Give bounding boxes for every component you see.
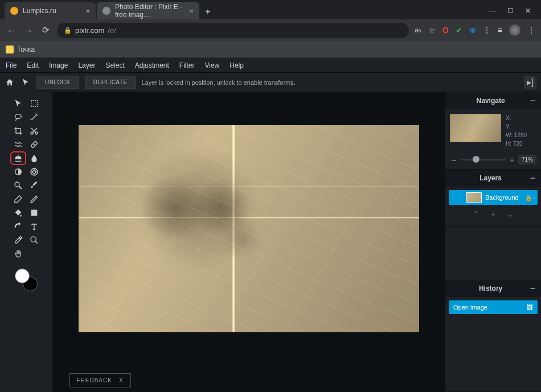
new-tab-button[interactable]: + (200, 5, 215, 19)
text-tool[interactable] (26, 220, 42, 233)
layer-down-icon[interactable]: ⌄ (507, 209, 514, 218)
layer-controls: ⌃ + ⌄ (449, 205, 538, 223)
pen-tool[interactable] (26, 192, 42, 206)
heal-tool[interactable] (26, 138, 42, 151)
panel-header[interactable]: History – (445, 280, 541, 297)
home-icon[interactable] (5, 77, 15, 88)
arrow-tool[interactable] (10, 97, 26, 110)
feedback-close[interactable]: X (119, 377, 124, 383)
svg-point-1 (15, 114, 22, 119)
menu-image[interactable]: Image (49, 61, 68, 69)
feedback-button[interactable]: FEEDBACK X (69, 373, 131, 387)
options-bar: UNLOCK DUPLICATE Layer is locked in posi… (0, 73, 541, 92)
menu-bar: File Edit Image Layer Select Adjustment … (0, 58, 541, 73)
desaturate-tool[interactable] (10, 165, 26, 179)
gradient-tool[interactable] (10, 220, 26, 233)
lock-icon: 🔒 (64, 27, 72, 34)
menu-filter[interactable]: Filter (179, 61, 195, 69)
brush-tool[interactable] (26, 179, 42, 192)
zoom-tool[interactable] (26, 233, 42, 247)
zoom-in-button[interactable]: + (508, 155, 516, 164)
navigator-thumbnail[interactable] (450, 114, 501, 142)
fill-tool[interactable] (10, 206, 26, 220)
pan-tool[interactable] (10, 247, 26, 261)
menu-select[interactable]: Select (105, 61, 124, 69)
tab-title: Lumpics.ru (23, 7, 56, 15)
playlist-icon[interactable]: ≡ (498, 26, 502, 35)
duplicate-button[interactable]: DUPLICATE (85, 76, 136, 89)
menu-icon[interactable]: ⋮ (527, 26, 535, 35)
eyedropper-tool[interactable] (10, 233, 26, 247)
layer-item[interactable]: ⋮⋮ Background 🔒 ▫ (449, 190, 538, 205)
menu-edit[interactable]: Edit (27, 61, 39, 69)
ext-icon[interactable]: O (442, 26, 449, 35)
reload-button[interactable]: ⟳ (40, 25, 51, 35)
minimize-icon[interactable]: – (530, 173, 535, 183)
w-label: W: (506, 132, 513, 138)
shape-tool[interactable] (26, 206, 42, 220)
favicon (103, 7, 110, 15)
history-panel: History – Open image 🖼 (445, 280, 541, 392)
wand-tool[interactable] (26, 110, 42, 124)
url-path: /e/ (108, 26, 116, 35)
minimize-icon[interactable]: – (530, 96, 535, 106)
maximize-icon[interactable]: ☐ (507, 7, 514, 15)
sponge-tool[interactable] (26, 165, 42, 179)
back-button[interactable]: ← (6, 26, 17, 35)
canvas-area: FEEDBACK X (52, 92, 445, 392)
zoom-track[interactable] (460, 159, 506, 160)
bookmark-item[interactable]: Точка (17, 46, 35, 53)
collapse-panels-icon[interactable]: ▸] (524, 76, 536, 89)
zoom-handle[interactable] (473, 156, 479, 163)
unlock-button[interactable]: UNLOCK (36, 76, 79, 89)
eraser-tool[interactable] (10, 192, 26, 206)
marquee-tool[interactable] (26, 97, 42, 110)
toolbox (0, 92, 52, 392)
crop-tool[interactable] (10, 124, 26, 138)
panel-header[interactable]: Layers – (445, 170, 541, 187)
clone-stamp-tool[interactable] (10, 151, 26, 165)
minimize-icon[interactable]: – (530, 283, 535, 294)
ext-icon[interactable]: ✔ (456, 26, 462, 35)
canvas[interactable] (79, 125, 419, 332)
zoom-value[interactable]: 71% (518, 155, 536, 164)
liquify-tool[interactable] (10, 138, 26, 151)
h-value: 720 (513, 141, 523, 147)
layer-up-icon[interactable]: ⌃ (473, 209, 479, 218)
ext-icon[interactable]: ⊕ (469, 26, 476, 35)
forward-button[interactable]: → (23, 26, 34, 35)
panel-header[interactable]: Navigate – (445, 92, 541, 109)
browser-tab[interactable]: Photo Editor : Pixlr E - free imag… × (97, 2, 199, 19)
drag-handle-icon[interactable]: ⋮⋮ (451, 195, 462, 201)
browser-chrome: Lumpics.ru × Photo Editor : Pixlr E - fr… (0, 0, 541, 58)
add-layer-icon[interactable]: + (491, 209, 495, 218)
url-input[interactable]: 🔒 pixlr.com/e/ (57, 23, 409, 38)
dodge-tool[interactable] (10, 179, 26, 192)
blur-tool[interactable] (26, 151, 42, 165)
cut-tool[interactable] (26, 124, 42, 138)
browser-tab[interactable]: Lumpics.ru × (5, 2, 96, 19)
history-item[interactable]: Open image 🖼 (449, 300, 538, 314)
close-icon[interactable]: × (189, 7, 194, 15)
close-window-icon[interactable]: ✕ (525, 7, 531, 15)
zoom-out-button[interactable]: – (450, 155, 458, 164)
menu-file[interactable]: File (6, 61, 17, 69)
color-swatches[interactable] (15, 269, 38, 291)
navigate-panel: Navigate – X: Y: W: 1280 H: 720 – + (445, 92, 541, 170)
menu-view[interactable]: View (204, 61, 219, 69)
ext-icon[interactable]: ⋮ (483, 26, 491, 35)
avatar-icon[interactable] (509, 24, 520, 36)
lock-icon[interactable]: 🔒 ▫ (525, 195, 535, 201)
translate-icon[interactable]: 🗛 (415, 26, 421, 34)
menu-help[interactable]: Help (229, 61, 244, 69)
foreground-color[interactable] (15, 269, 30, 283)
menu-layer[interactable]: Layer (78, 61, 95, 69)
menu-adjustment[interactable]: Adjustment (135, 61, 169, 69)
pointer-icon[interactable] (21, 77, 31, 88)
minimize-icon[interactable]: — (489, 7, 496, 15)
lasso-tool[interactable] (10, 110, 26, 124)
h-label: H: (506, 141, 511, 147)
close-icon[interactable]: × (85, 7, 90, 15)
panel-title: Navigate (451, 97, 530, 105)
star-icon[interactable]: ☆ (428, 26, 436, 35)
